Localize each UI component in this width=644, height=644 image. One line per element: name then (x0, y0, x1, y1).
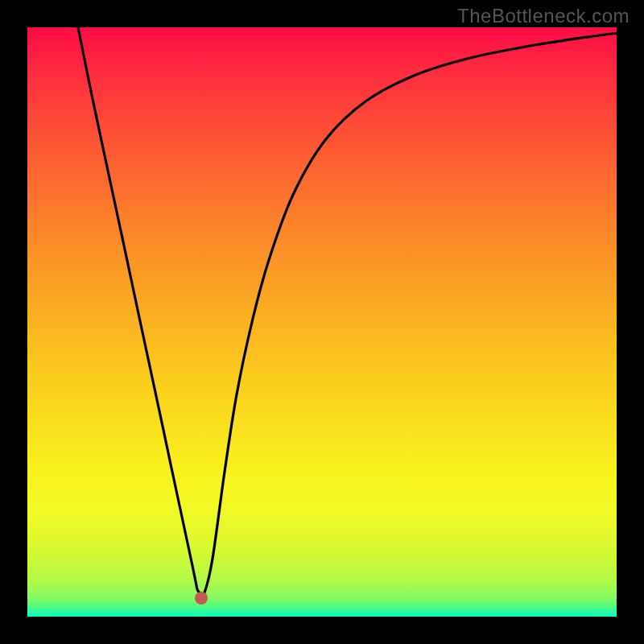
watermark-text: TheBottleneck.com (457, 5, 630, 27)
chart-svg (27, 27, 617, 617)
marker-dot (195, 592, 208, 605)
plot-area (27, 27, 617, 617)
bottleneck-curve (78, 27, 617, 595)
